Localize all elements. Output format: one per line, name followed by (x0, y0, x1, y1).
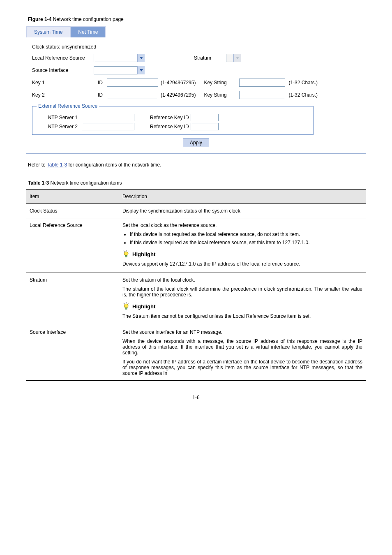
local-ref-highlight-note: Devices support only 127.127.1.0 as the … (122, 261, 362, 267)
highlight-label: Highlight (132, 303, 155, 310)
tab-bar: System Time Net Time (26, 26, 366, 37)
desc-source-interface: Set the source interface for an NTP mess… (119, 325, 366, 381)
ntp1-ref-key-input[interactable] (191, 114, 219, 121)
ntp2-ref-key-label: Reference Key ID (150, 124, 189, 130)
source-interface-select[interactable] (94, 66, 145, 74)
figure-caption: Figure 1-4 Network time configuration pa… (28, 16, 366, 22)
col-header-item: Item (26, 190, 119, 204)
lightbulb-icon (122, 302, 130, 311)
table-row: Local Reference Source Set the local clo… (26, 218, 366, 273)
local-ref-source-field[interactable] (94, 54, 145, 62)
svg-line-4 (124, 251, 125, 252)
tab-system-time[interactable]: System Time (26, 26, 70, 37)
key2-id-input[interactable] (107, 91, 158, 99)
table-title: Network time configuration items (50, 180, 122, 186)
src-if-p1: Set the source interface for an NTP mess… (122, 329, 362, 335)
key1-string-input[interactable] (239, 79, 285, 87)
stratum-select (226, 54, 241, 62)
page-number: 1-6 (26, 395, 366, 400)
svg-line-5 (128, 251, 129, 252)
key1-string-label: Key String (204, 80, 239, 86)
table-row: Source Interface Set the source interfac… (26, 325, 366, 381)
ntp-server-1-label: NTP Server 1 (37, 115, 78, 120)
lightbulb-icon (122, 250, 130, 259)
desc-local-ref: Set the local clock as the reference sou… (119, 218, 366, 273)
key2-string-label: Key String (204, 92, 239, 98)
table-row: Clock Status Display the synchronization… (26, 204, 366, 218)
ref-text-prefix: Refer to (28, 162, 47, 168)
ntp-server-1-input[interactable] (82, 114, 134, 121)
col-header-desc: Description (119, 190, 366, 204)
ntp1-ref-key-label: Reference Key ID (150, 115, 189, 120)
source-interface-label: Source Interface (32, 67, 94, 73)
local-ref-intro: Set the local clock as the reference sou… (122, 222, 362, 228)
clock-status-text: Clock status: unsynchronized (32, 44, 96, 50)
highlight-label: Highlight (132, 251, 155, 257)
figure-label: Figure 1-4 (28, 16, 51, 22)
stratum-p2: The stratum of the local clock will dete… (122, 286, 362, 298)
stratum-highlight-note: The Stratum item cannot be configured un… (122, 313, 362, 319)
svg-rect-12 (125, 308, 127, 310)
item-clock-status: Clock Status (26, 204, 119, 218)
item-source-interface: Source Interface (26, 325, 119, 381)
local-ref-source-select[interactable] (94, 54, 145, 62)
key2-label: Key 2 (32, 92, 77, 98)
local-ref-bullet-1: If this device is not required as the lo… (130, 231, 362, 237)
svg-line-10 (128, 303, 129, 304)
svg-rect-7 (125, 256, 127, 257)
svg-line-9 (124, 303, 125, 304)
src-if-p3: If you do not want the IP address of a c… (122, 359, 362, 376)
item-local-ref: Local Reference Source (26, 218, 119, 273)
source-interface-field[interactable] (94, 66, 145, 74)
key1-id-range: (1-4294967295) (161, 80, 196, 86)
desc-clock-status: Display the synchronization status of th… (119, 204, 366, 218)
table-label: Table 1-3 (28, 180, 49, 186)
key2-id-range: (1-4294967295) (161, 92, 196, 98)
ref-text-suffix: for configuration items of the network t… (67, 162, 161, 168)
ntp2-ref-key-input[interactable] (191, 123, 219, 130)
key1-id-input[interactable] (107, 79, 158, 87)
external-reference-fieldset: External Reference Source NTP Server 1 R… (32, 103, 314, 135)
stratum-label: Stratum (194, 55, 211, 61)
ntp-server-2-input[interactable] (82, 123, 134, 130)
table-row: Stratum Set the stratum of the local clo… (26, 273, 366, 325)
tab-net-time[interactable]: Net Time (70, 26, 106, 37)
apply-button[interactable]: Apply (183, 138, 209, 147)
local-ref-bullet-2: If this device is required as the local … (130, 240, 362, 245)
ntp-server-2-label: NTP Server 2 (37, 124, 78, 130)
key1-chars-range: (1-32 Chars.) (288, 80, 318, 86)
svg-point-6 (124, 252, 128, 256)
key2-id-label: ID (77, 92, 107, 98)
stratum-p1: Set the stratum of the local clock. (122, 277, 362, 283)
key2-chars-range: (1-32 Chars.) (288, 92, 318, 98)
table-link[interactable]: Table 1-3 (47, 162, 67, 168)
local-ref-source-label: Local Reference Source (32, 55, 94, 61)
item-stratum: Stratum (26, 273, 119, 325)
figure-title: Network time configuration page (53, 16, 124, 22)
external-reference-legend: External Reference Source (37, 103, 99, 109)
key1-id-label: ID (77, 80, 107, 86)
stratum-field (226, 54, 241, 62)
table-caption: Table 1-3 Network time configuration ite… (28, 180, 364, 186)
reference-sentence: Refer to Table 1-3 for configuration ite… (28, 162, 364, 168)
svg-point-11 (124, 304, 128, 308)
key2-string-input[interactable] (239, 91, 285, 99)
src-if-p2: When the device responds with a message,… (122, 338, 362, 356)
key1-label: Key 1 (32, 80, 77, 86)
config-items-table: Item Description Clock Status Display th… (26, 189, 366, 381)
desc-stratum: Set the stratum of the local clock. The … (119, 273, 366, 325)
screenshot-panel: System Time Net Time Clock status: unsyn… (26, 26, 366, 154)
